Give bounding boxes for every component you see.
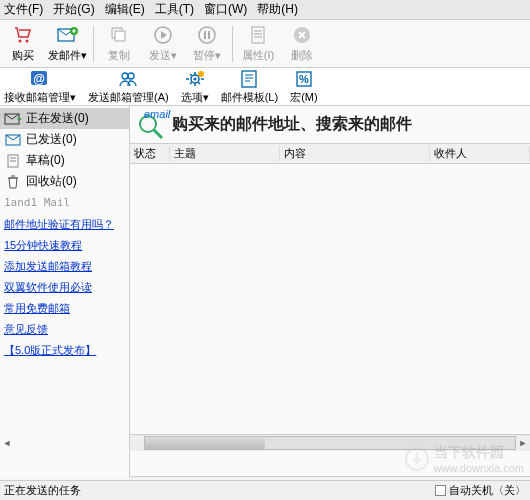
send-button[interactable]: 发送▾ xyxy=(144,22,182,66)
menubar: 文件(F) 开始(G) 编辑(E) 工具(T) 窗口(W) 帮助(H) xyxy=(0,0,530,20)
templates-button[interactable]: 邮件模板(L) xyxy=(221,68,278,105)
link-tutorial[interactable]: 15分钟快速教程 xyxy=(4,238,125,253)
separator xyxy=(93,26,94,62)
copy-icon xyxy=(108,24,130,46)
folder-label: 草稿(0) xyxy=(26,152,65,169)
link-must-read[interactable]: 双翼软件使用必读 xyxy=(4,280,125,295)
svg-rect-9 xyxy=(208,31,210,39)
statusbar: 正在发送的任务 自动关机〈关〉 xyxy=(0,480,530,500)
options-button[interactable]: 选项▾ xyxy=(181,68,209,105)
mail-plus-icon xyxy=(57,24,79,46)
folder-sending[interactable]: 正在发送(0) xyxy=(0,108,129,129)
macro-label: 宏(M) xyxy=(290,90,318,105)
svg-rect-10 xyxy=(252,27,264,43)
email-tag: email xyxy=(144,108,170,120)
at-icon: @ xyxy=(29,68,51,90)
link-feedback[interactable]: 意见反馈 xyxy=(4,322,125,337)
svg-point-17 xyxy=(122,73,128,79)
scroll-track[interactable] xyxy=(144,436,516,450)
delete-icon xyxy=(291,24,313,46)
scroll-thumb[interactable] xyxy=(145,437,265,449)
search-email-icon: email xyxy=(136,110,166,140)
play-icon xyxy=(152,24,174,46)
trash-icon xyxy=(4,175,22,189)
template-icon xyxy=(238,68,260,90)
lower-panel xyxy=(130,451,530,477)
table-header: 状态 主题 内容 收件人 xyxy=(130,144,530,164)
send-manager-button[interactable]: 发送邮箱管理(A) xyxy=(88,68,169,105)
menu-edit[interactable]: 编辑(E) xyxy=(105,1,145,18)
svg-point-18 xyxy=(128,73,134,79)
draft-icon xyxy=(4,154,22,168)
percent-icon: % xyxy=(293,68,315,90)
users-icon xyxy=(117,68,139,90)
svg-point-0 xyxy=(19,40,22,43)
mail-icon xyxy=(4,133,22,147)
delete-button[interactable]: 删除 xyxy=(283,22,321,66)
banner-text: 购买来的邮件地址、搜索来的邮件 xyxy=(172,114,412,135)
status-tasks: 正在发送的任务 xyxy=(4,483,81,498)
folder-list: 正在发送(0) 已发送(0) 草稿(0) 回收站(0) xyxy=(0,106,129,194)
svg-point-20 xyxy=(193,78,196,81)
svg-line-36 xyxy=(154,130,162,138)
svg-text:@: @ xyxy=(33,72,45,86)
col-content[interactable]: 内容 xyxy=(280,146,430,161)
separator xyxy=(232,26,233,62)
folder-label: 已发送(0) xyxy=(26,131,77,148)
copy-button[interactable]: 复制 xyxy=(100,22,138,66)
copy-label: 复制 xyxy=(108,48,130,63)
scroll-right-icon[interactable]: ► xyxy=(516,436,530,450)
menu-help[interactable]: 帮助(H) xyxy=(257,1,298,18)
pause-icon xyxy=(196,24,218,46)
folder-label: 回收站(0) xyxy=(26,173,77,190)
banner: email 购买来的邮件地址、搜索来的邮件 xyxy=(130,106,530,144)
menu-start[interactable]: 开始(G) xyxy=(53,1,94,18)
macro-button[interactable]: % 宏(M) xyxy=(290,68,318,105)
svg-point-21 xyxy=(198,71,204,77)
cart-icon xyxy=(12,24,34,46)
main-panel: email 购买来的邮件地址、搜索来的邮件 状态 主题 内容 收件人 ◄ ► xyxy=(130,106,530,477)
send-mail-button[interactable]: 发邮件▾ xyxy=(48,22,87,66)
svg-point-1 xyxy=(26,40,29,43)
link-free-mail[interactable]: 常用免费邮箱 xyxy=(4,301,125,316)
gear-icon xyxy=(184,68,206,90)
pause-label: 暂停▾ xyxy=(193,48,221,63)
sidebar: 正在发送(0) 已发送(0) 草稿(0) 回收站(0) 1and1 Mail 邮… xyxy=(0,106,130,477)
link-validation[interactable]: 邮件地址验证有用吗？ xyxy=(4,217,125,232)
menu-tools[interactable]: 工具(T) xyxy=(155,1,194,18)
scroll-left-icon[interactable]: ◄ xyxy=(0,436,14,450)
folder-label: 正在发送(0) xyxy=(26,110,89,127)
col-status[interactable]: 状态 xyxy=(130,146,170,161)
link-add-mailbox[interactable]: 添加发送邮箱教程 xyxy=(4,259,125,274)
buy-label: 购买 xyxy=(12,48,34,63)
delete-label: 删除 xyxy=(291,48,313,63)
recv-manager-button[interactable]: @ 接收邮箱管理▾ xyxy=(4,68,76,105)
send-manager-label: 发送邮箱管理(A) xyxy=(88,90,169,105)
props-button[interactable]: 属性(I) xyxy=(239,22,277,66)
svg-rect-22 xyxy=(242,71,256,87)
main-toolbar: 购买 发邮件▾ 复制 发送▾ 暂停▾ 属性(I) 删除 xyxy=(0,20,530,68)
table-body xyxy=(130,164,530,435)
col-recipient[interactable]: 收件人 xyxy=(430,146,530,161)
send-label: 发送▾ xyxy=(149,48,177,63)
menu-file[interactable]: 文件(F) xyxy=(4,1,43,18)
options-label: 选项▾ xyxy=(181,90,209,105)
svg-text:%: % xyxy=(299,73,309,85)
pause-button[interactable]: 暂停▾ xyxy=(188,22,226,66)
props-label: 属性(I) xyxy=(242,48,274,63)
mail-send-icon xyxy=(4,112,22,126)
col-subject[interactable]: 主题 xyxy=(170,146,280,161)
link-release[interactable]: 【5.0版正式发布】 xyxy=(4,343,125,358)
folder-trash[interactable]: 回收站(0) xyxy=(0,171,129,192)
send-mail-label: 发邮件▾ xyxy=(48,48,87,63)
folder-sent[interactable]: 已发送(0) xyxy=(0,129,129,150)
svg-point-7 xyxy=(199,27,215,43)
auto-shutdown-checkbox[interactable] xyxy=(435,485,446,496)
svg-rect-5 xyxy=(115,31,125,41)
menu-window[interactable]: 窗口(W) xyxy=(204,1,247,18)
properties-icon xyxy=(247,24,269,46)
folder-draft[interactable]: 草稿(0) xyxy=(0,150,129,171)
recv-manager-label: 接收邮箱管理▾ xyxy=(4,90,76,105)
buy-button[interactable]: 购买 xyxy=(4,22,42,66)
horizontal-scrollbar[interactable]: ◄ ► xyxy=(130,435,530,451)
